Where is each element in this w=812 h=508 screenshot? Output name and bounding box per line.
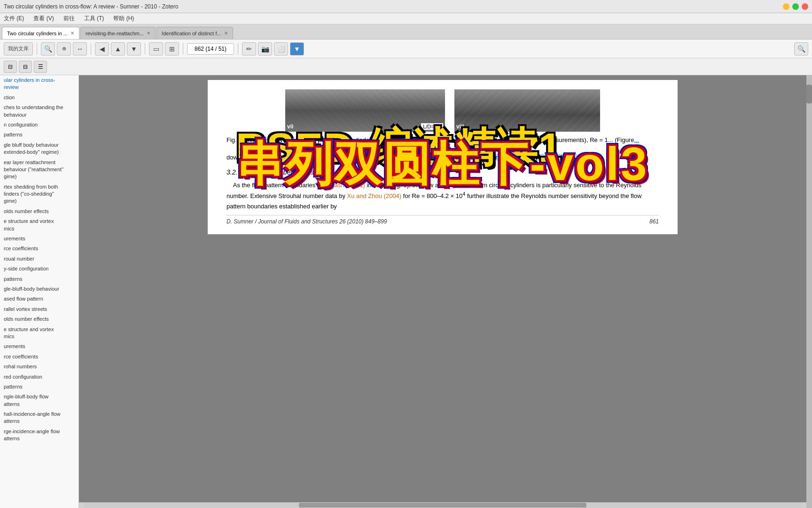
tab-label-0: Two circular cylinders in ...	[7, 31, 68, 36]
sidebar-item-21[interactable]: rce coefficients	[0, 352, 78, 362]
fit-button[interactable]: ↔	[73, 42, 87, 56]
list-btn[interactable]: ☰	[34, 61, 47, 73]
menu-goto[interactable]: 前往	[62, 14, 77, 24]
sidebar-item-7[interactable]: rtex shedding from bothlinders ("co-shed…	[0, 182, 78, 206]
tab-identification[interactable]: Identification of distinct f... ✕	[156, 27, 233, 39]
back-button[interactable]: ◀	[95, 42, 109, 56]
zoom-out-button[interactable]: 🔍	[41, 42, 55, 56]
snapshot-button[interactable]: 📷	[258, 42, 272, 56]
sidebar-item-3[interactable]: n configuration	[0, 120, 78, 130]
tab-label-1: revisiting-the-reattachm...	[86, 31, 144, 36]
close-button[interactable]	[802, 3, 808, 10]
sidebar-item-27[interactable]: rge-incidence-angle flowatterns	[0, 427, 78, 444]
annotate-button[interactable]: ✏	[242, 42, 256, 56]
overlay-chinese-title: 串列双圆柱下-vol3	[236, 133, 649, 197]
sidebar-item-11[interactable]: rce coefficients	[0, 244, 78, 254]
tab-bar: Two circular cylinders in ... ✕ revisiti…	[0, 24, 812, 40]
sidebar-item-22[interactable]: rohal numbers	[0, 362, 78, 372]
tab-close-1[interactable]: ✕	[147, 31, 150, 36]
more-button[interactable]: ▼	[290, 42, 304, 56]
up-button[interactable]: ▲	[111, 42, 125, 56]
maximize-button[interactable]	[792, 3, 799, 10]
single-page-button[interactable]: ▭	[149, 42, 163, 56]
my-library-button[interactable]: 我的文库	[4, 42, 33, 56]
fullscreen-button[interactable]: ⬜	[274, 42, 288, 56]
tab-close-2[interactable]: ✕	[224, 31, 228, 36]
minimize-button[interactable]	[783, 3, 789, 10]
horizontal-scrollbar[interactable]	[79, 502, 806, 508]
toolbar-separator-5	[238, 43, 238, 55]
sidebar-item-15[interactable]: gle-bluff-body behaviour	[0, 284, 78, 294]
sidebar-item-18[interactable]: olds number effects	[0, 314, 78, 324]
scroll-thumb[interactable]	[806, 85, 812, 103]
sidebar-item-5[interactable]: gle bluff body behaviourextended-body" r…	[0, 140, 78, 158]
outline-btn-2[interactable]: ⊟	[19, 61, 32, 73]
view-toolbar: ⊟ ⊟ ☰	[0, 58, 812, 75]
sidebar-item-25[interactable]: ngle-bluff-body flowatterns	[0, 392, 78, 409]
main-area: ular cylinders in cross-review ction che…	[0, 75, 812, 508]
sidebar-item-6[interactable]: ear layer reattachmentbehaviour ("reatta…	[0, 158, 78, 182]
sidebar-item-4[interactable]: patterns	[0, 130, 78, 140]
sidebar-item-19[interactable]: e structure and vortexmics	[0, 325, 78, 342]
tab-current-paper[interactable]: Two circular cylinders in ... ✕	[2, 27, 79, 39]
sidebar-item-12[interactable]: roual number	[0, 254, 78, 264]
pdf-content: RSED-综述精读1 vii L/D=2.0 viii Fig. 8. Repr…	[79, 75, 806, 508]
two-page-button[interactable]: ⊞	[165, 42, 179, 56]
menu-view[interactable]: 查看 (V)	[31, 14, 55, 24]
menu-file[interactable]: 文件 (E)	[2, 14, 26, 24]
sidebar: ular cylinders in cross-review ction che…	[0, 75, 79, 508]
sidebar-item-14[interactable]: patterns	[0, 274, 78, 284]
sidebar-item-0[interactable]: ular cylinders in cross-review	[0, 75, 78, 93]
sidebar-item-23[interactable]: red configuration	[0, 372, 78, 382]
page-input[interactable]	[187, 43, 234, 55]
sidebar-item-8[interactable]: olds number effects	[0, 206, 78, 216]
page-footer: D. Sumner / Journal of Fluids and Struct…	[226, 215, 659, 225]
menu-bar: 文件 (E) 查看 (V) 前往 工具 (T) 帮助 (H)	[0, 13, 812, 24]
toolbar: 我的文库 🔍 ⊕ ↔ ◀ ▲ ▼ ▭ ⊞ document.querySelec…	[0, 40, 812, 58]
toolbar-separator-2	[91, 43, 91, 55]
toolbar-separator-1	[37, 43, 37, 55]
menu-tools[interactable]: 工具 (T)	[82, 14, 106, 24]
vertical-scrollbar[interactable]	[806, 75, 812, 508]
tab-label-2: Identification of distinct f...	[162, 31, 221, 36]
sidebar-item-24[interactable]: patterns	[0, 382, 78, 392]
tab-revisiting[interactable]: revisiting-the-reattachm... ✕	[80, 27, 156, 39]
sidebar-item-2[interactable]: ches to understanding thebehaviour	[0, 103, 78, 120]
sidebar-item-20[interactable]: urements	[0, 341, 78, 351]
h-scroll-thumb[interactable]	[299, 503, 586, 508]
down-button[interactable]: ▼	[127, 42, 141, 56]
footer-page: 861	[649, 218, 659, 225]
h-scroll-track[interactable]	[84, 503, 802, 508]
window-controls	[783, 3, 808, 10]
sidebar-item-16[interactable]: ased flow pattern	[0, 294, 78, 304]
window-title: Two circular cylinders in cross-flow: A …	[4, 3, 783, 10]
sidebar-item-9[interactable]: e structure and vortexmics	[0, 216, 78, 234]
pdf-page: RSED-综述精读1 vii L/D=2.0 viii Fig. 8. Repr…	[208, 80, 678, 234]
title-bar: Two circular cylinders in cross-flow: A …	[0, 0, 812, 13]
tab-close-0[interactable]: ✕	[70, 31, 74, 36]
zoom-in-button[interactable]: ⊕	[57, 42, 71, 56]
sidebar-item-17[interactable]: rallel vortex streets	[0, 304, 78, 314]
sidebar-item-13[interactable]: y-side configuration	[0, 264, 78, 274]
search-button[interactable]: 🔍	[794, 42, 808, 56]
sidebar-item-26[interactable]: hall-incidence-angle flowatterns	[0, 409, 78, 427]
sidebar-item-10[interactable]: urements	[0, 234, 78, 244]
menu-help[interactable]: 帮助 (H)	[111, 14, 136, 24]
outline-btn-1[interactable]: ⊟	[4, 61, 17, 73]
sidebar-item-1[interactable]: ction	[0, 93, 78, 103]
footer-journal: D. Sumner / Journal of Fluids and Struct…	[226, 218, 387, 225]
toolbar-separator-3	[145, 43, 145, 55]
toolbar-separator-4	[183, 43, 183, 55]
